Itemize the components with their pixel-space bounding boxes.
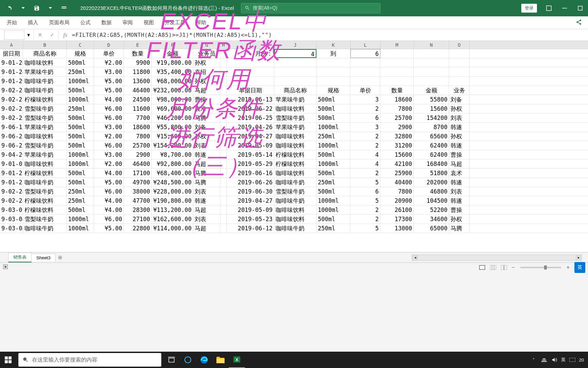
cell[interactable]: 2 <box>350 169 380 178</box>
col-header[interactable]: N <box>414 41 449 49</box>
cell[interactable] <box>449 49 470 58</box>
tab-view[interactable]: 视图 <box>143 17 154 29</box>
qat-overflow-icon[interactable] <box>59 3 69 14</box>
cell[interactable]: 马超 <box>193 224 220 233</box>
col-header[interactable]: L <box>350 41 380 49</box>
cell[interactable] <box>220 178 227 187</box>
cell[interactable]: ¥46,200.00 <box>152 113 193 122</box>
cell[interactable]: 商品名称 <box>274 86 316 95</box>
cell[interactable]: 咖啡味饮料 <box>274 215 316 224</box>
cell[interactable]: 苹果味牛奶 <box>23 67 67 76</box>
col-header[interactable]: H <box>220 41 227 49</box>
cell[interactable]: 咖啡味牛奶 <box>23 86 67 95</box>
cell[interactable]: 500ml <box>67 123 94 132</box>
cell[interactable]: ¥4.00 <box>94 196 124 205</box>
cell[interactable]: 1000ml <box>67 95 94 104</box>
cell[interactable]: 9-01-24 <box>0 67 23 76</box>
cell[interactable]: 500ml <box>316 113 350 122</box>
cell[interactable]: 17100 <box>124 169 152 178</box>
cell[interactable]: 2019-04-27 <box>227 196 274 205</box>
cell[interactable]: 马腾 <box>449 224 470 233</box>
cell[interactable]: 柠檬味饮料 <box>274 159 316 168</box>
cell[interactable]: 62400 <box>414 141 449 150</box>
cell[interactable]: 韩遂 <box>193 196 220 205</box>
cell[interactable] <box>227 77 274 86</box>
cell[interactable]: 500ml <box>316 150 350 159</box>
cell[interactable]: 金额 <box>152 49 193 58</box>
cell[interactable]: 65600 <box>414 132 449 141</box>
grid-body[interactable]: 据日期商品名称规格单价数量金额业务员月份：4到69-01-20咖啡味饮料500m… <box>0 49 588 233</box>
cell[interactable]: 曹操 <box>449 205 470 214</box>
cell[interactable]: 11600 <box>124 104 152 113</box>
cell[interactable] <box>350 77 380 86</box>
cell[interactable]: 5 <box>350 224 380 233</box>
name-box-dropdown-icon[interactable]: ▾ <box>26 32 31 38</box>
cell[interactable]: 2019-05-23 <box>227 215 274 224</box>
cell[interactable] <box>220 215 227 224</box>
cell[interactable]: 500ml <box>67 86 94 95</box>
cell[interactable]: 2019-06-22 <box>227 104 274 113</box>
cell[interactable]: 15600 <box>380 150 414 159</box>
cell[interactable]: 5 <box>350 196 380 205</box>
cell[interactable]: 9-02-22 <box>0 86 23 95</box>
cell[interactable]: 500ml <box>67 169 94 178</box>
cell[interactable]: 3 <box>350 123 380 132</box>
cell[interactable]: 柠檬味饮料 <box>23 205 67 214</box>
cell[interactable]: 咖啡味牛奶 <box>23 178 67 187</box>
cell[interactable]: 刘表 <box>449 113 470 122</box>
cell[interactable] <box>220 224 227 233</box>
cell[interactable]: ¥5.00 <box>94 86 124 95</box>
cell[interactable]: 52200 <box>414 205 449 214</box>
cell[interactable]: 韩遂 <box>449 141 470 150</box>
cell[interactable]: 154200 <box>414 113 449 122</box>
cell[interactable]: 袁术 <box>449 169 470 178</box>
cell[interactable] <box>227 67 274 76</box>
cell[interactable]: 8700 <box>414 123 449 132</box>
cell[interactable] <box>350 58 380 67</box>
cell[interactable]: 25700 <box>380 113 414 122</box>
cell[interactable]: 500ml <box>67 178 94 187</box>
cell[interactable]: 咖啡味饮料 <box>274 104 316 113</box>
cell[interactable]: 4 <box>350 150 380 159</box>
cell[interactable]: 13000 <box>380 224 414 233</box>
cell[interactable] <box>350 67 380 76</box>
cell[interactable]: 9900 <box>124 58 152 67</box>
cell[interactable]: ¥19,800.00 <box>152 58 193 67</box>
cell[interactable]: 咖啡味牛奶 <box>23 77 67 86</box>
col-header[interactable]: O <box>449 41 470 49</box>
cell[interactable]: 2 <box>350 132 380 141</box>
cell[interactable] <box>220 58 227 67</box>
cell[interactable]: ¥154,200.00 <box>152 141 193 150</box>
accept-formula-icon[interactable]: ✓ <box>46 30 58 40</box>
zoom-slider[interactable] <box>520 267 561 268</box>
cell[interactable]: 1000ml <box>316 196 350 205</box>
cell[interactable]: 刘表 <box>193 187 220 196</box>
cell[interactable]: 咖啡味饮料 <box>23 58 67 67</box>
cell[interactable] <box>220 49 227 58</box>
cell[interactable]: 9-06-13 <box>0 123 23 132</box>
cell[interactable]: 数量 <box>380 86 414 95</box>
cell[interactable]: 柠檬味饮料 <box>274 150 316 159</box>
volume-icon[interactable] <box>551 356 558 363</box>
cell[interactable]: 刘表 <box>193 215 220 224</box>
cell[interactable]: 202000 <box>414 178 449 187</box>
cell[interactable]: 250ml <box>316 178 350 187</box>
cell[interactable]: 32800 <box>380 132 414 141</box>
cell[interactable]: 袁绍 <box>193 67 220 76</box>
cell[interactable]: 2019-06-12 <box>227 224 274 233</box>
cell[interactable]: 1000ml <box>316 205 350 214</box>
cell[interactable]: 168400 <box>414 159 449 168</box>
formula-input[interactable]: =FILTER(A2:G85,(MONTH(A2:A85)>=J1)*(MONT… <box>70 30 588 40</box>
cell[interactable] <box>414 77 449 86</box>
cell[interactable]: 单价 <box>350 86 380 95</box>
zoom-in-icon[interactable]: + <box>565 264 571 271</box>
horizontal-scrollbar[interactable]: ◂ ▸ <box>412 255 582 261</box>
cell[interactable]: 孙权 <box>193 132 220 141</box>
cell[interactable]: 金额 <box>414 86 449 95</box>
cell[interactable]: 2019-06-30 <box>227 187 274 196</box>
cell[interactable] <box>380 58 414 67</box>
cell[interactable]: 2900 <box>124 150 152 159</box>
cell[interactable]: ¥68,400.00 <box>152 169 193 178</box>
network-icon[interactable] <box>541 356 548 363</box>
cell[interactable]: 25700 <box>124 141 152 150</box>
